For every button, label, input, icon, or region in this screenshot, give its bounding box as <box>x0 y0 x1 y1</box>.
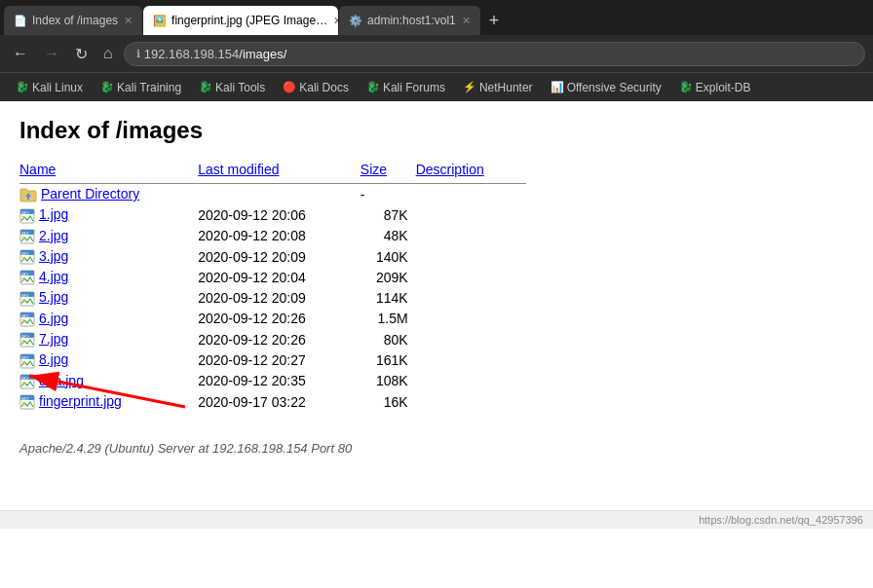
reload-button[interactable]: ↻ <box>70 43 93 65</box>
svg-text:IMG: IMG <box>21 355 29 360</box>
page-content: Index of /images Name Last modified Size… <box>0 101 873 510</box>
image-file-icon: IMG <box>19 331 39 347</box>
server-info: Apache/2.4.29 (Ubuntu) Server at 192.168… <box>19 441 854 456</box>
file-modified-cell: 2020-09-12 20:04 <box>198 267 361 287</box>
bookmark-nethunter[interactable]: ⚡ NetHunter <box>455 79 541 96</box>
image-file-icon: IMG <box>19 248 39 264</box>
bookmark-offensive-security[interactable]: 📊 Offensive Security <box>543 79 669 96</box>
back-button[interactable]: ← <box>8 43 33 64</box>
tab-favicon-3: ⚙️ <box>349 15 362 27</box>
col-header-description[interactable]: Description <box>416 160 526 184</box>
image-file-icon: IMG <box>19 228 39 243</box>
file-name-cell: IMG 4.jpg <box>19 267 198 287</box>
svg-text:IMG: IMG <box>21 251 29 256</box>
url-path: /images/ <box>239 47 286 61</box>
file-modified-cell: 2020-09-17 03:22 <box>198 391 361 412</box>
image-file-icon: IMG <box>19 373 39 388</box>
svg-text:IMG: IMG <box>21 231 29 236</box>
forward-button[interactable]: → <box>39 43 64 64</box>
file-size-cell: 114K <box>361 287 416 308</box>
bookmark-kali-forums[interactable]: 🐉 Kali Forums <box>359 79 453 96</box>
nethunter-icon: ⚡ <box>463 81 476 93</box>
svg-text:IMG: IMG <box>21 272 29 276</box>
col-header-name[interactable]: Name <box>19 160 198 184</box>
table-header-row: Name Last modified Size Description <box>19 160 526 184</box>
tab-favicon-1: 📄 <box>14 15 27 27</box>
image-file-icon: IMG <box>19 393 39 409</box>
table-row: IMG 4.jpg 2020-09-12 20:04 209K <box>19 267 526 287</box>
svg-point-28 <box>22 340 24 342</box>
tab-close-2[interactable]: ✕ <box>333 15 338 27</box>
file-link[interactable]: 7.jpg <box>39 331 68 347</box>
file-desc-cell <box>416 267 526 287</box>
file-desc-cell <box>416 226 526 246</box>
svg-text:IMG: IMG <box>21 396 29 401</box>
new-tab-button[interactable]: + <box>481 6 508 35</box>
file-desc-cell <box>416 309 526 329</box>
address-bar[interactable]: ℹ 192.168.198.154/images/ <box>124 42 865 66</box>
url-base: 192.168.198.154 <box>144 47 240 61</box>
file-name-cell: IMG dna.jpg <box>19 371 198 391</box>
tab-index-images[interactable]: 📄 Index of /images ✕ <box>4 6 142 35</box>
file-modified-cell: 2020-09-12 20:09 <box>198 287 361 308</box>
file-link[interactable]: 1.jpg <box>39 206 68 222</box>
table-row: IMG fingerprint.jpg 2020-09-17 03:22 16K <box>19 391 526 412</box>
file-size-cell: 140K <box>361 246 416 267</box>
file-link[interactable]: 2.jpg <box>39 228 68 243</box>
bookmark-kali-training[interactable]: 🐉 Kali Training <box>93 79 189 96</box>
file-desc-cell <box>416 391 526 412</box>
bookmark-label-offensive-security: Offensive Security <box>567 81 662 94</box>
status-bar: https://blog.csdn.net/qq_42957396 <box>0 510 873 529</box>
col-header-modified[interactable]: Last modified <box>198 160 361 184</box>
file-name-cell: IMG 3.jpg <box>19 246 198 267</box>
file-link[interactable]: 5.jpg <box>39 289 68 305</box>
bookmark-kali-docs[interactable]: 🔴 Kali Docs <box>275 79 357 96</box>
tab-admin[interactable]: ⚙️ admin:host1:vol1 ✕ <box>339 6 480 35</box>
file-link[interactable]: 6.jpg <box>39 311 68 326</box>
kali-tools-icon: 🐉 <box>199 81 212 93</box>
tab-close-3[interactable]: ✕ <box>462 15 471 27</box>
kali-training-icon: 🐉 <box>100 81 114 93</box>
table-row: IMG 6.jpg 2020-09-12 20:26 1.5M <box>19 309 526 329</box>
svg-point-8 <box>22 237 24 239</box>
table-row: IMG 7.jpg 2020-09-12 20:26 80K <box>19 329 526 349</box>
kali-forums-icon: 🐉 <box>366 81 380 93</box>
svg-text:IMG: IMG <box>21 293 29 298</box>
file-link[interactable]: dna.jpg <box>39 373 84 388</box>
file-link[interactable]: 4.jpg <box>39 269 68 284</box>
tab-fingerprint[interactable]: 🖼️ fingerprint.jpg (JPEG Image… ✕ <box>143 6 338 35</box>
file-link[interactable]: 8.jpg <box>39 351 68 367</box>
file-desc-cell <box>416 204 526 225</box>
tab-label-3: admin:host1:vol1 <box>367 14 456 27</box>
svg-text:IMG: IMG <box>21 210 29 215</box>
image-file-icon: IMG <box>19 311 39 326</box>
tab-favicon-2: 🖼️ <box>153 15 167 27</box>
home-button[interactable]: ⌂ <box>98 43 118 64</box>
file-size-cell: 48K <box>361 226 416 246</box>
bookmark-exploit-db[interactable]: 🐉 Exploit-DB <box>671 79 759 96</box>
file-name-cell: IMG 6.jpg <box>19 309 198 329</box>
file-table: Name Last modified Size Description Pare… <box>19 160 526 412</box>
table-row: IMG 5.jpg 2020-09-12 20:09 114K <box>19 287 526 308</box>
kali-docs-icon: 🔴 <box>283 81 296 93</box>
file-link[interactable]: 3.jpg <box>39 248 68 264</box>
tab-close-1[interactable]: ✕ <box>124 15 133 27</box>
bookmark-kali-tools[interactable]: 🐉 Kali Tools <box>191 79 273 96</box>
parent-directory-link[interactable]: Parent Directory <box>41 186 139 202</box>
file-name-cell: IMG fingerprint.jpg <box>19 391 198 412</box>
svg-point-24 <box>22 319 24 321</box>
file-size-cell: 161K <box>361 349 416 370</box>
folder-icon <box>19 186 41 202</box>
file-size-cell: 209K <box>361 267 416 287</box>
file-modified-cell: 2020-09-12 20:27 <box>198 349 361 370</box>
file-link[interactable]: fingerprint.jpg <box>39 393 122 409</box>
col-header-size[interactable]: Size <box>361 160 416 184</box>
svg-text:IMG: IMG <box>21 334 29 339</box>
file-desc-cell <box>416 184 526 205</box>
file-modified-cell: 2020-09-12 20:09 <box>198 246 361 267</box>
table-row: Parent Directory - <box>19 184 526 205</box>
kali-linux-icon: 🐉 <box>16 81 29 93</box>
file-modified-cell: 2020-09-12 20:08 <box>198 226 361 246</box>
bookmark-kali-linux[interactable]: 🐉 Kali Linux <box>8 79 91 96</box>
info-icon: ℹ <box>136 48 140 60</box>
